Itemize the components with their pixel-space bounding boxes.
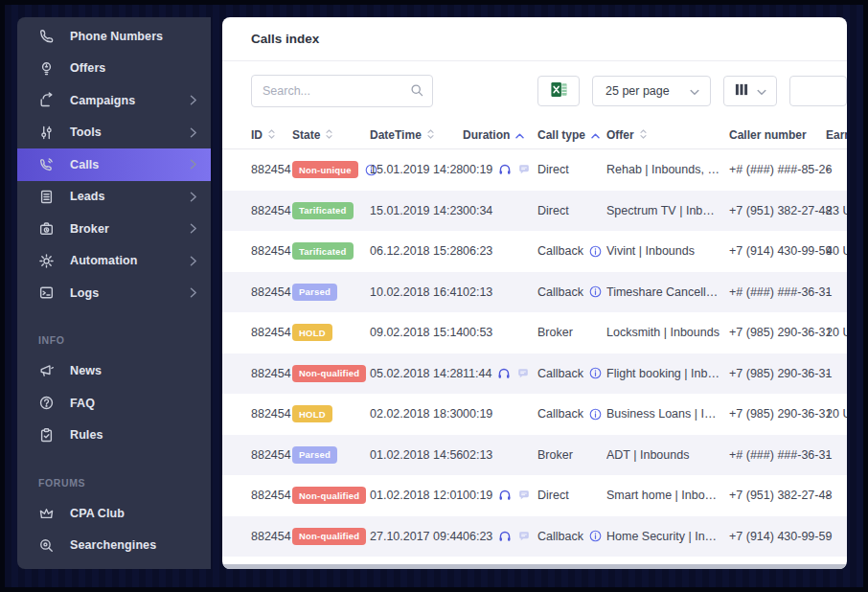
sidebar-item-searchengines[interactable]: Searchengines <box>17 530 211 562</box>
cell-state: HOLD <box>292 405 370 422</box>
sidebar-item-label: Leads <box>70 190 105 203</box>
cell-caller-number: +# (###) ###-36-31 <box>729 285 826 299</box>
column-header-caller-number[interactable]: Caller number <box>729 128 826 142</box>
table-row[interactable]: 882454HOLD09.02.2018 15:1400:53BrokerLoc… <box>222 312 847 353</box>
sidebar-section-label: INFO <box>17 326 211 355</box>
status-badge: Non-qualified <box>292 365 366 382</box>
call-type-value: Direct <box>537 163 569 176</box>
table-row[interactable]: 882454Non-qualified27.10.2017 09:4406:23… <box>222 516 847 558</box>
sort-icon[interactable] <box>326 128 332 142</box>
column-header-earn[interactable]: Earn <box>826 128 847 142</box>
sort-asc-icon[interactable] <box>591 128 600 142</box>
cell-state: Parsed <box>292 284 370 301</box>
chat-icon[interactable] <box>517 163 531 176</box>
cell-state: Non-qualified <box>292 487 370 504</box>
columns-button[interactable] <box>723 76 777 106</box>
info-icon[interactable] <box>589 245 602 258</box>
export-excel-button[interactable] <box>537 76 580 106</box>
column-header-id[interactable]: ID <box>251 128 292 142</box>
column-header-offer[interactable]: Offer <box>606 128 729 142</box>
sidebar-item-label: Tools <box>70 125 102 139</box>
sidebar-item-rules[interactable]: Rules <box>17 420 211 452</box>
sort-icon[interactable] <box>427 128 434 142</box>
chat-icon[interactable] <box>517 489 531 502</box>
sidebar-item-label: Offers <box>70 61 105 75</box>
per-page-value: 25 per page <box>605 84 670 98</box>
column-header-call-type[interactable]: Call type <box>537 128 606 142</box>
sidebar-item-logs[interactable]: Logs <box>17 277 211 309</box>
sidebar-item-campaigns[interactable]: Campaigns <box>17 84 211 117</box>
column-header-state[interactable]: State <box>292 128 370 142</box>
info-icon[interactable] <box>589 285 602 298</box>
filters-button[interactable] <box>789 76 847 106</box>
sidebar-item-label: Campaigns <box>70 94 135 107</box>
clipboard-icon <box>38 427 55 444</box>
chat-icon[interactable] <box>516 367 530 380</box>
table-row[interactable]: 882454Parsed10.02.2018 16:4102:13Callbac… <box>222 272 847 313</box>
info-icon[interactable] <box>589 367 602 379</box>
cell-call-type: Callback <box>537 407 606 421</box>
sidebar-item-broker[interactable]: Broker <box>17 213 211 245</box>
sidebar-item-phone-numbers[interactable]: Phone Numbers <box>17 20 211 53</box>
sidebar-item-leads[interactable]: Leads <box>17 181 211 214</box>
search-wrap <box>251 75 433 107</box>
chevron-right-icon <box>190 256 197 266</box>
sidebar-item-automation[interactable]: Automation <box>17 245 211 278</box>
chat-icon[interactable] <box>517 530 531 543</box>
phone-icon <box>38 28 55 44</box>
sidebar-item-offers[interactable]: Offers <box>17 53 211 85</box>
headset-icon[interactable] <box>498 163 512 176</box>
column-header-datetime[interactable]: DateTime <box>370 128 463 142</box>
question-icon <box>38 395 55 411</box>
call-type-value: Callback <box>537 407 583 421</box>
cell-offer: Business Loans | Inboun... <box>606 407 729 421</box>
horizontal-scrollbar[interactable] <box>222 564 847 569</box>
cell-duration: 00:19 <box>463 163 537 176</box>
cell-caller-number: +7 (985) 290-36-31 <box>729 326 826 339</box>
sort-icon[interactable] <box>268 128 275 142</box>
headset-icon[interactable] <box>497 367 511 380</box>
sidebar-item-cpa-club[interactable]: CPA Club <box>17 497 211 530</box>
cell-caller-number: +# (###) ###-85-26 <box>729 163 826 176</box>
sort-icon[interactable] <box>640 128 647 142</box>
column-header-duration[interactable]: Duration <box>463 128 537 142</box>
column-header-label: Offer <box>606 128 634 142</box>
cell-earn: 23 USD <box>826 204 847 217</box>
call-type-value: Direct <box>537 204 569 217</box>
headset-icon[interactable] <box>498 530 512 543</box>
chevron-right-icon <box>190 287 197 298</box>
table-row[interactable]: 882454HOLD02.02.2018 18:3000:19CallbackB… <box>222 394 847 435</box>
sidebar-item-label: Broker <box>70 222 109 236</box>
page-header: Calls index <box>222 17 847 61</box>
table-row[interactable]: 882454Tarificated15.01.2019 14:2300:34Di… <box>222 191 847 232</box>
table-row[interactable]: 882454Non-unique15.01.2019 14:2800:19Dir… <box>222 149 847 191</box>
table-row[interactable]: 882454Tarificated06.12.2018 15:2806:23Ca… <box>222 231 847 272</box>
sort-asc-icon[interactable] <box>515 128 524 142</box>
sidebar-item-faq[interactable]: FAQ <box>17 387 211 420</box>
table-row[interactable]: 882454Non-qualified05.02.2018 14:2811:44… <box>222 353 847 395</box>
duration-value: 11:44 <box>463 367 491 380</box>
info-icon[interactable] <box>589 530 602 542</box>
headset-icon[interactable] <box>498 489 512 502</box>
cell-offer: Vivint | Inbounds <box>606 244 729 258</box>
cell-offer: Spectrum TV | Inbounds <box>606 204 729 217</box>
search-input[interactable] <box>251 75 433 107</box>
cell-id: 882454 <box>251 530 292 543</box>
cell-state: HOLD <box>292 324 370 341</box>
cell-call-type: Direct <box>537 489 606 502</box>
sidebar-item-calls[interactable]: Calls <box>17 148 211 181</box>
sidebar-item-news[interactable]: News <box>17 355 211 388</box>
per-page-select[interactable]: 25 per page <box>592 76 711 106</box>
table-row[interactable]: 882454Parsed01.02.2018 14:5602:13BrokerA… <box>222 435 847 476</box>
cell-datetime: 01.02.2018 12:01 <box>370 489 463 502</box>
cell-caller-number: +7 (914) 430-99-59 <box>729 530 826 543</box>
call-type-value: Callback <box>537 244 583 258</box>
table-row[interactable]: 882454Non-qualified01.02.2018 12:0100:19… <box>222 475 847 516</box>
info-icon[interactable] <box>589 408 602 421</box>
sidebar-item-tools[interactable]: Tools <box>17 117 211 149</box>
app-window: Phone NumbersOffersCampaignsToolsCallsLe… <box>17 17 847 569</box>
duration-value: 00:19 <box>463 489 492 502</box>
duration-value: 06:23 <box>463 244 492 258</box>
cell-datetime: 05.02.2018 14:28 <box>370 367 463 380</box>
column-header-label: Caller number <box>729 128 807 142</box>
